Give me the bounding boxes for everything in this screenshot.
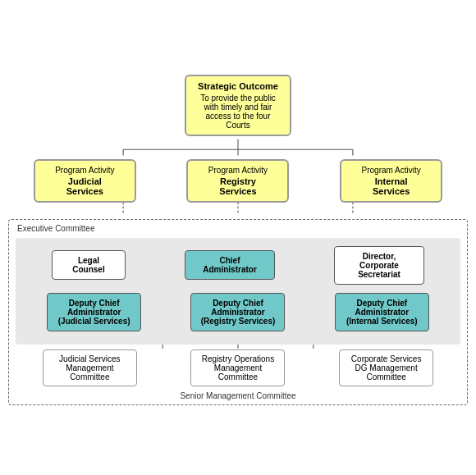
pa-label-registry: Program Activity [195, 166, 281, 175]
pa-name-internal: InternalServices [348, 176, 434, 196]
pa-label-internal: Program Activity [348, 166, 434, 175]
mgmt-row: Judicial ServicesManagementCommittee Reg… [16, 349, 460, 386]
strategic-outcome-box: Strategic Outcome To provide the public … [185, 75, 291, 136]
senior-mgmt-label: Senior Management Committee [180, 391, 295, 400]
strategic-outcome-title: Strategic Outcome [195, 81, 281, 91]
corporate-dg-mgmt-box: Corporate ServicesDG ManagementCommittee [339, 349, 433, 386]
chief-admin-box: ChiefAdministrator [185, 250, 275, 280]
legal-counsel-box: LegalCounsel [52, 250, 126, 280]
judicial-mgmt-box: Judicial ServicesManagementCommittee [43, 349, 137, 386]
deputy-judicial-box: Deputy ChiefAdministrator(Judicial Servi… [47, 293, 141, 331]
deputy-row: Deputy ChiefAdministrator(Judicial Servi… [22, 293, 454, 331]
exec-committee-label: Executive Committee [17, 224, 94, 233]
strategic-outcome-subtitle: To provide the public with timely and fa… [195, 94, 281, 130]
pa-name-registry: RegistryServices [195, 176, 281, 196]
pa-label-judicial: Program Activity [42, 166, 128, 175]
program-activity-judicial: Program Activity JudicialServices [34, 159, 136, 203]
diagram-container: Strategic Outcome To provide the public … [8, 71, 468, 405]
director-corp-box: Director,CorporateSecretariat [334, 246, 424, 285]
deputy-registry-box: Deputy ChiefAdministrator(Registry Servi… [190, 293, 285, 331]
program-activity-internal: Program Activity InternalServices [340, 159, 442, 203]
executive-committee-wrapper: Executive Committee LegalCounsel ChiefAd… [8, 219, 468, 405]
inner-grey-area: LegalCounsel ChiefAdministrator Director… [16, 238, 460, 345]
deputy-internal-box: Deputy ChiefAdministrator(Internal Servi… [335, 293, 429, 331]
program-activity-registry: Program Activity RegistryServices [186, 159, 289, 203]
exec-top-row: LegalCounsel ChiefAdministrator Director… [22, 246, 454, 285]
pa-name-judicial: JudicialServices [42, 176, 128, 196]
program-activities-row: Program Activity JudicialServices Progra… [8, 159, 468, 203]
registry-ops-mgmt-box: Registry OperationsManagementCommittee [190, 349, 285, 386]
